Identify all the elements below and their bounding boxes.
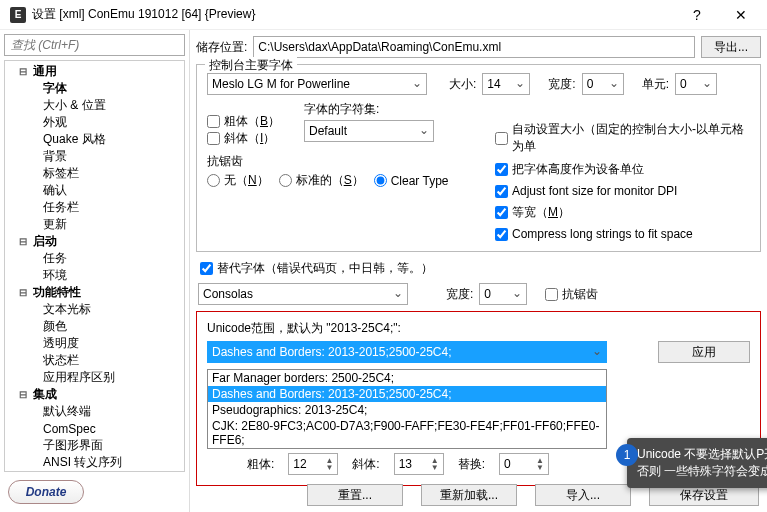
- alt-antialias-checkbox[interactable]: 抗锯齿: [545, 286, 598, 303]
- expander-icon: ⊟: [19, 287, 31, 298]
- dropdown-option[interactable]: CJK: 2E80-9FC3;AC00-D7A3;F900-FAFF;FE30-…: [208, 418, 606, 448]
- adjust-dpi-checkbox[interactable]: Adjust font size for monitor DPI: [495, 184, 750, 198]
- tree-taskbar[interactable]: 任务栏: [9, 199, 180, 216]
- tree-children-gui[interactable]: 子图形界面: [9, 437, 180, 454]
- alt-italic-label: 斜体:: [352, 456, 379, 473]
- font-left-col: 粗体（B） 字体的字符集: Default 斜体（I） 抗锯齿 无（N） 标准的…: [207, 101, 477, 241]
- spin-icon: ▲▼: [325, 457, 333, 471]
- tree-size-pos[interactable]: 大小 & 位置: [9, 97, 180, 114]
- tree-comspec[interactable]: ComSpec: [9, 420, 180, 437]
- font-right-col: 自动设置大小（固定的控制台大小-以单元格为单 把字体高度作为设备单位 Adjus…: [495, 101, 750, 241]
- tree-default-term[interactable]: 默认终端: [9, 403, 180, 420]
- annotation-number: 1: [616, 444, 638, 466]
- font-size-combo[interactable]: 14: [482, 73, 530, 95]
- tree-appearance[interactable]: 外观: [9, 114, 180, 131]
- alt-replace-label: 替换:: [458, 456, 485, 473]
- unicode-range-dropdown[interactable]: Far Manager borders: 2500-25C4; Dashes a…: [207, 369, 607, 449]
- unicode-range-combo[interactable]: Dashes and Borders: 2013-2015;2500-25C4;: [207, 341, 607, 363]
- apply-button[interactable]: 应用: [658, 341, 750, 363]
- font-width-label: 宽度:: [548, 76, 575, 93]
- tree-features[interactable]: ⊟功能特性: [9, 284, 180, 301]
- monospace-checkbox[interactable]: 等宽（M）: [495, 204, 750, 221]
- main-font-group-title: 控制台主要字体: [205, 57, 297, 74]
- tree-env[interactable]: 环境: [9, 267, 180, 284]
- donate-wrap: Donate: [0, 472, 189, 512]
- tree-update[interactable]: 更新: [9, 216, 180, 233]
- tree-status[interactable]: 状态栏: [9, 352, 180, 369]
- tree-tabbar[interactable]: 标签栏: [9, 165, 180, 182]
- charset-label: 字体的字符集:: [304, 101, 434, 118]
- bold-checkbox[interactable]: 粗体（B）: [207, 113, 280, 130]
- tree-tasks[interactable]: 任务: [9, 250, 180, 267]
- reload-button[interactable]: 重新加载...: [421, 484, 517, 506]
- app-icon: E: [10, 7, 26, 23]
- search-input[interactable]: [4, 34, 185, 56]
- export-button[interactable]: 导出...: [701, 36, 761, 58]
- alt-width-label: 宽度:: [446, 286, 473, 303]
- expander-icon: ⊟: [19, 236, 31, 247]
- tree-confirm[interactable]: 确认: [9, 182, 180, 199]
- alt-italic-spin[interactable]: 13▲▼: [394, 453, 444, 475]
- storage-label: 储存位置:: [196, 39, 247, 56]
- titlebar: E 设置 [xml] ConEmu 191012 [64] {Preview} …: [0, 0, 767, 30]
- tree-colors[interactable]: 颜色: [9, 318, 180, 335]
- font-size-label: 大小:: [449, 76, 476, 93]
- tree-general[interactable]: ⊟通用: [9, 63, 180, 80]
- font-face-row: Meslo LG M for Powerline 大小: 14 宽度: 0 单元…: [207, 73, 750, 95]
- dropdown-option[interactable]: Far Manager borders: 2500-25C4;: [208, 370, 606, 386]
- spin-icon: ▲▼: [536, 457, 544, 471]
- storage-row: 储存位置: 导出...: [196, 36, 761, 58]
- font-cell-label: 单元:: [642, 76, 669, 93]
- compress-checkbox[interactable]: Compress long strings to fit space: [495, 227, 750, 241]
- dropdown-option-selected[interactable]: Dashes and Borders: 2013-2015;2500-25C4;: [208, 386, 606, 402]
- font-inner: 粗体（B） 字体的字符集: Default 斜体（I） 抗锯齿 无（N） 标准的…: [207, 101, 750, 241]
- settings-tree[interactable]: ⊟通用 字体 大小 & 位置 外观 Quake 风格 背景 标签栏 确认 任务栏…: [4, 60, 185, 472]
- donate-button[interactable]: Donate: [8, 480, 84, 504]
- tree-text-cursor[interactable]: 文本光标: [9, 301, 180, 318]
- alt-font-checkbox[interactable]: 替代字体（错误代码页，中日韩，等。）: [200, 260, 761, 277]
- annotation-line1: Unicode 不要选择默认P开头的: [637, 446, 767, 463]
- tree-quake[interactable]: Quake 风格: [9, 131, 180, 148]
- storage-path-input[interactable]: [253, 36, 695, 58]
- tree-font[interactable]: 字体: [9, 80, 180, 97]
- alt-width-combo[interactable]: 0: [479, 283, 527, 305]
- dropdown-option[interactable]: Pseudographics: 2013-25C4;: [208, 402, 606, 418]
- tree-ansi[interactable]: ANSI 转义序列: [9, 454, 180, 471]
- tree-app-distinct[interactable]: 应用程序区别: [9, 369, 180, 386]
- alt-bold-spin[interactable]: 12▲▼: [288, 453, 338, 475]
- annotation-callout: 1 Unicode 不要选择默认P开头的 否则 一些特殊字符会变成问号: [627, 438, 767, 488]
- window-title: 设置 [xml] ConEmu 191012 [64] {Preview}: [32, 6, 675, 23]
- main-area: ⊟通用 字体 大小 & 位置 外观 Quake 风格 背景 标签栏 确认 任务栏…: [0, 30, 767, 512]
- aa-cleartype-radio[interactable]: Clear Type: [374, 174, 449, 188]
- aa-none-radio[interactable]: 无（N）: [207, 172, 269, 189]
- content: 储存位置: 导出... 控制台主要字体 Meslo LG M for Power…: [190, 30, 767, 512]
- alt-replace-spin[interactable]: 0▲▼: [499, 453, 549, 475]
- charset-combo[interactable]: Default: [304, 120, 434, 142]
- close-button[interactable]: ✕: [719, 0, 763, 30]
- expander-icon: ⊟: [19, 66, 31, 77]
- alt-bold-label: 粗体:: [247, 456, 274, 473]
- spin-icon: ▲▼: [431, 457, 439, 471]
- charset-block: 字体的字符集: Default: [304, 101, 434, 142]
- tree-startup[interactable]: ⊟启动: [9, 233, 180, 250]
- font-cell-combo[interactable]: 0: [675, 73, 717, 95]
- alt-font-face-combo[interactable]: Consolas: [198, 283, 408, 305]
- expander-icon: ⊟: [19, 389, 31, 400]
- search-wrap: [0, 30, 189, 60]
- help-button[interactable]: ?: [675, 0, 719, 30]
- treat-height-checkbox[interactable]: 把字体高度作为设备单位: [495, 161, 750, 178]
- aa-std-radio[interactable]: 标准的（S）: [279, 172, 364, 189]
- italic-checkbox[interactable]: 斜体（I）: [207, 130, 275, 147]
- alt-font-face-row: Consolas 宽度: 0 抗锯齿: [198, 283, 761, 305]
- reset-button[interactable]: 重置...: [307, 484, 403, 506]
- annotation-line2: 否则 一些特殊字符会变成问号: [637, 463, 767, 480]
- autosize-checkbox[interactable]: 自动设置大小（固定的控制台大小-以单元格为单: [495, 121, 750, 155]
- main-font-group: 控制台主要字体 Meslo LG M for Powerline 大小: 14 …: [196, 64, 761, 252]
- antialias-label: 抗锯齿: [207, 153, 477, 170]
- import-button[interactable]: 导入...: [535, 484, 631, 506]
- font-width-combo[interactable]: 0: [582, 73, 624, 95]
- tree-integration[interactable]: ⊟集成: [9, 386, 180, 403]
- tree-transparency[interactable]: 透明度: [9, 335, 180, 352]
- font-face-combo[interactable]: Meslo LG M for Powerline: [207, 73, 427, 95]
- tree-background[interactable]: 背景: [9, 148, 180, 165]
